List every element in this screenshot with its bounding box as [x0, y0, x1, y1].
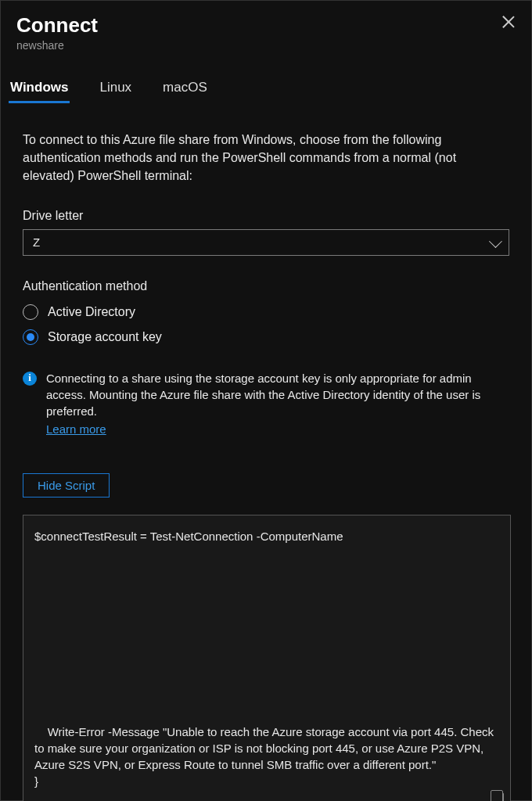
auth-method-label: Authentication method	[23, 279, 509, 293]
page-subtitle: newshare	[16, 39, 516, 52]
tab-linux[interactable]: Linux	[98, 75, 133, 103]
info-content: Connecting to a share using the storage …	[46, 370, 509, 437]
radio-selected-dot	[27, 333, 34, 341]
panel-header: Connect newshare	[1, 1, 531, 55]
radio-icon	[23, 304, 38, 320]
tab-bar: Windows Linux macOS	[1, 55, 531, 104]
connect-panel: Connect newshare Windows Linux macOS To …	[0, 0, 532, 801]
script-line-bottom: Write-Error -Message "Unable to reach th…	[34, 724, 499, 789]
panel-body: To connect to this Azure file share from…	[1, 104, 531, 801]
close-icon[interactable]	[501, 15, 516, 29]
intro-text: To connect to this Azure file share from…	[23, 131, 509, 185]
learn-more-link[interactable]: Learn more	[46, 421, 106, 437]
radio-icon	[23, 329, 38, 345]
radio-label: Active Directory	[48, 305, 135, 319]
copy-icon[interactable]	[493, 792, 504, 801]
script-output: $connectTestResult = Test-NetConnection …	[23, 515, 511, 801]
drive-letter-value: Z	[33, 235, 40, 249]
info-text: Connecting to a share using the storage …	[46, 372, 480, 418]
radio-label: Storage account key	[48, 330, 162, 344]
drive-letter-label: Drive letter	[23, 209, 509, 223]
hide-script-button[interactable]: Hide Script	[23, 473, 110, 497]
tab-macos[interactable]: macOS	[161, 75, 209, 103]
drive-letter-select[interactable]: Z	[23, 229, 509, 256]
chevron-down-icon	[489, 235, 502, 248]
info-icon: i	[23, 372, 37, 386]
info-callout: i Connecting to a share using the storag…	[23, 370, 509, 437]
radio-storage-account-key[interactable]: Storage account key	[23, 325, 509, 350]
page-title: Connect	[16, 13, 516, 38]
radio-active-directory[interactable]: Active Directory	[23, 300, 509, 325]
tab-windows[interactable]: Windows	[9, 75, 70, 103]
auth-method-group: Active Directory Storage account key	[23, 300, 509, 350]
script-line-top: $connectTestResult = Test-NetConnection …	[34, 528, 499, 544]
